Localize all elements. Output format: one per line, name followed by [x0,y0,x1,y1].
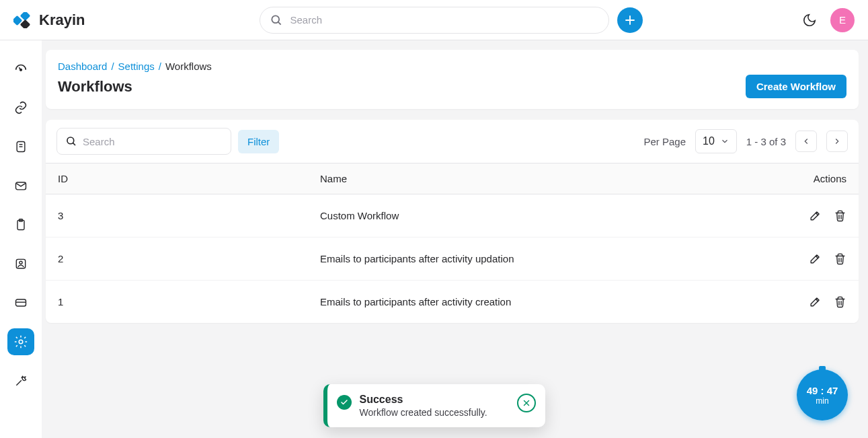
app-header: Krayin E [0,0,868,40]
table-row: 2Emails to participants after activity u… [46,238,859,281]
create-workflow-button[interactable]: Create Workflow [746,75,846,98]
timer-widget[interactable]: 49 : 47 min [797,369,848,421]
wrench-icon [14,374,28,388]
plus-icon [624,14,636,26]
edit-button[interactable] [809,209,822,222]
svg-rect-17 [16,299,26,306]
clipboard-icon [14,218,28,231]
timer-time: 49 : 47 [807,385,838,396]
check-icon [337,395,352,410]
delete-button[interactable] [834,209,846,222]
link-icon [13,100,28,115]
trash-icon [834,252,846,265]
col-header-actions: Actions [766,173,846,184]
theme-toggle[interactable] [799,10,820,30]
page-title: Workflows [58,78,132,96]
sidebar-item-activities[interactable] [7,211,34,238]
sidebar-item-dashboard[interactable] [7,55,34,82]
chevron-left-icon [801,137,811,146]
toast-message: Workflow created successfully. [360,407,509,418]
search-icon [65,135,77,147]
delete-button[interactable] [834,295,846,308]
search-icon [270,13,283,27]
main-content: Dashboard / Settings / Workflows Workflo… [42,40,868,438]
brand-name: Krayin [39,11,85,29]
toast-title: Success [360,394,509,406]
col-header-id[interactable]: ID [58,173,320,184]
pencil-icon [809,252,822,265]
quick-create-button[interactable] [617,7,643,33]
trash-icon [834,209,846,222]
next-page-button[interactable] [826,131,848,152]
success-toast: Success Workflow created successfully. [323,384,545,427]
breadcrumb-dashboard[interactable]: Dashboard [58,61,107,72]
pencil-icon [809,209,822,222]
header-right: E [799,8,855,32]
table-row: 3Custom Workflow [46,194,859,238]
sidebar-item-products[interactable] [7,289,34,316]
brand-mark-icon [13,12,34,28]
sidebar-item-contacts[interactable] [7,250,34,277]
sidebar-item-quotes[interactable] [7,133,34,160]
global-search-input[interactable] [290,14,599,26]
trash-icon [834,295,846,308]
svg-line-21 [73,143,75,145]
gear-icon [13,334,28,349]
table-search-input[interactable] [83,136,223,147]
svg-point-3 [272,15,280,23]
breadcrumb: Dashboard / Settings / Workflows [58,61,846,72]
card-icon [14,296,28,309]
col-header-name[interactable]: Name [320,173,766,184]
sidebar-item-configuration[interactable] [7,367,34,394]
filter-button[interactable]: Filter [238,130,279,153]
pagination-range: 1 - 3 of 3 [746,136,786,147]
chevron-down-icon [720,137,729,146]
timer-unit: min [816,396,828,406]
cell-name: Custom Workflow [320,210,766,221]
close-icon [522,398,531,408]
sidebar-item-leads[interactable] [7,94,34,121]
global-search[interactable] [260,7,609,34]
svg-point-20 [67,137,74,144]
cell-id: 2 [58,253,320,264]
toast-close-button[interactable] [517,394,536,412]
cell-name: Emails to participants after activity up… [320,253,766,264]
toolbar-right: Per Page 10 1 - 3 of 3 [643,129,848,153]
table-toolbar: Filter Per Page 10 1 - 3 of 3 [46,120,859,163]
table-search[interactable] [56,128,231,155]
page-header-card: Dashboard / Settings / Workflows Workflo… [46,50,859,109]
prev-page-button[interactable] [795,131,817,152]
note-icon [14,140,28,153]
sidebar-item-settings[interactable] [7,328,34,355]
per-page-label: Per Page [643,136,686,147]
brand-logo[interactable]: Krayin [13,11,85,29]
delete-button[interactable] [834,252,846,265]
pencil-icon [809,295,822,308]
gauge-icon [13,61,28,76]
chevron-right-icon [832,137,842,146]
svg-point-19 [19,340,23,344]
svg-line-4 [278,22,281,24]
moon-icon [802,13,817,28]
contact-icon [14,257,28,270]
per-page-value: 10 [703,135,715,147]
cell-id: 3 [58,210,320,221]
workflows-table-card: Filter Per Page 10 1 - 3 of 3 [46,120,859,323]
cell-name: Emails to participants after activity cr… [320,296,766,307]
svg-point-16 [19,261,22,264]
breadcrumb-settings[interactable]: Settings [118,61,155,72]
user-avatar[interactable]: E [830,8,855,32]
table-row: 1Emails to participants after activity c… [46,281,859,323]
svg-rect-1 [20,12,31,21]
edit-button[interactable] [809,295,822,308]
per-page-select[interactable]: 10 [695,129,737,153]
sidebar-item-mail[interactable] [7,172,34,199]
breadcrumb-current: Workflows [165,61,212,72]
mail-icon [14,179,28,192]
edit-button[interactable] [809,252,822,265]
cell-id: 1 [58,296,320,307]
sidebar-nav [0,40,42,438]
table-header-row: ID Name Actions [46,163,859,194]
avatar-initial: E [839,14,846,26]
svg-line-8 [19,67,21,70]
